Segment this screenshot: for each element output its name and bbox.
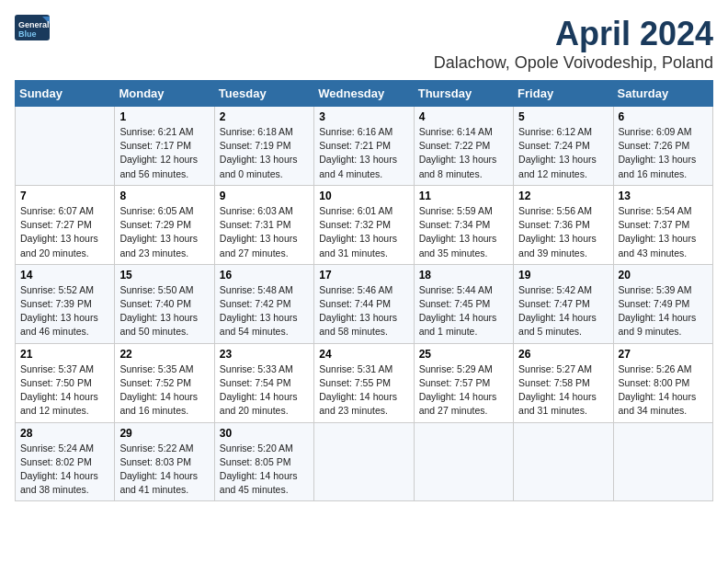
sunrise-label: Sunrise: 6:01 AM [319, 205, 392, 216]
daylight-label: Daylight: 14 hours and 12 minutes. [20, 391, 98, 416]
day-info: Sunrise: 5:50 AMSunset: 7:40 PMDaylight:… [119, 283, 209, 339]
sunset-label: Sunset: 8:05 PM [220, 456, 291, 467]
day-number: 9 [220, 190, 309, 202]
calendar-day-cell: 16Sunrise: 5:48 AMSunset: 7:42 PMDayligh… [214, 264, 313, 343]
sunset-label: Sunset: 7:49 PM [619, 298, 690, 309]
daylight-label: Daylight: 14 hours and 5 minutes. [518, 312, 597, 337]
sunrise-label: Sunrise: 5:22 AM [119, 442, 193, 454]
calendar-day-cell: 28Sunrise: 5:24 AMSunset: 8:02 PMDayligh… [16, 422, 115, 501]
day-number: 5 [518, 110, 608, 123]
sunset-label: Sunset: 7:27 PM [20, 219, 92, 230]
sunset-label: Sunset: 7:58 PM [518, 377, 590, 388]
sunrise-label: Sunrise: 5:59 AM [419, 205, 493, 216]
calendar-day-cell: 1Sunrise: 6:21 AMSunset: 7:17 PMDaylight… [115, 107, 214, 186]
day-info: Sunrise: 5:54 AMSunset: 7:37 PMDaylight:… [619, 204, 708, 260]
sunset-label: Sunset: 7:24 PM [518, 140, 590, 151]
sunrise-label: Sunrise: 5:44 AM [419, 284, 493, 295]
weekday-header-row: SundayMondayTuesdayWednesdayThursdayFrid… [16, 81, 713, 107]
sunset-label: Sunset: 7:37 PM [619, 219, 690, 230]
day-info: Sunrise: 5:59 AMSunset: 7:34 PMDaylight:… [419, 204, 508, 260]
day-number: 3 [319, 110, 408, 123]
daylight-label: Daylight: 13 hours and 43 minutes. [619, 233, 697, 258]
day-number: 17 [319, 269, 408, 282]
calendar-day-cell: 18Sunrise: 5:44 AMSunset: 7:45 PMDayligh… [414, 264, 513, 343]
calendar-day-cell: 12Sunrise: 5:56 AMSunset: 7:36 PMDayligh… [514, 185, 613, 264]
calendar-day-cell [414, 422, 513, 501]
daylight-label: Daylight: 13 hours and 39 minutes. [518, 233, 597, 258]
sunset-label: Sunset: 8:03 PM [119, 456, 191, 467]
sunrise-label: Sunrise: 5:52 AM [20, 284, 94, 295]
calendar-day-cell: 22Sunrise: 5:35 AMSunset: 7:52 PMDayligh… [115, 343, 214, 422]
daylight-label: Daylight: 14 hours and 1 minute. [419, 312, 497, 337]
sunset-label: Sunset: 7:42 PM [220, 298, 291, 309]
day-info: Sunrise: 5:35 AMSunset: 7:52 PMDaylight:… [119, 362, 209, 419]
sunset-label: Sunset: 8:02 PM [20, 456, 92, 467]
daylight-label: Daylight: 13 hours and 23 minutes. [119, 233, 198, 258]
daylight-label: Daylight: 12 hours and 56 minutes. [119, 154, 198, 178]
calendar-day-cell: 8Sunrise: 6:05 AMSunset: 7:29 PMDaylight… [115, 185, 214, 264]
day-info: Sunrise: 5:46 AMSunset: 7:44 PMDaylight:… [319, 283, 408, 339]
sunrise-label: Sunrise: 5:35 AM [119, 363, 193, 374]
sunrise-label: Sunrise: 5:27 AM [518, 363, 592, 374]
calendar-day-cell [613, 422, 712, 501]
daylight-label: Daylight: 14 hours and 38 minutes. [20, 470, 98, 495]
month-title: April 2024 [434, 15, 713, 53]
sunrise-label: Sunrise: 5:42 AM [518, 284, 592, 295]
logo-icon: General Blue [15, 15, 51, 44]
sunset-label: Sunset: 7:19 PM [220, 140, 291, 151]
calendar-week-row: 1Sunrise: 6:21 AMSunset: 7:17 PMDaylight… [16, 107, 713, 186]
sunset-label: Sunset: 7:29 PM [119, 219, 191, 230]
day-number: 16 [220, 269, 309, 282]
weekday-header-cell: Monday [115, 81, 214, 107]
calendar-day-cell: 3Sunrise: 6:16 AMSunset: 7:21 PMDaylight… [314, 107, 414, 186]
calendar-day-cell: 21Sunrise: 5:37 AMSunset: 7:50 PMDayligh… [16, 343, 115, 422]
day-info: Sunrise: 5:22 AMSunset: 8:03 PMDaylight:… [119, 442, 209, 498]
daylight-label: Daylight: 14 hours and 41 minutes. [119, 470, 198, 495]
calendar-week-row: 7Sunrise: 6:07 AMSunset: 7:27 PMDaylight… [16, 185, 713, 264]
calendar-day-cell: 5Sunrise: 6:12 AMSunset: 7:24 PMDaylight… [514, 107, 613, 186]
sunset-label: Sunset: 7:57 PM [419, 377, 491, 388]
daylight-label: Daylight: 13 hours and 16 minutes. [619, 154, 697, 178]
sunset-label: Sunset: 7:44 PM [319, 298, 391, 309]
daylight-label: Daylight: 13 hours and 35 minutes. [419, 233, 497, 258]
day-info: Sunrise: 6:18 AMSunset: 7:19 PMDaylight:… [220, 125, 309, 181]
sunrise-label: Sunrise: 5:31 AM [319, 363, 392, 374]
daylight-label: Daylight: 13 hours and 31 minutes. [319, 233, 397, 258]
daylight-label: Daylight: 14 hours and 34 minutes. [619, 391, 697, 416]
day-info: Sunrise: 6:03 AMSunset: 7:31 PMDaylight:… [220, 204, 309, 260]
day-info: Sunrise: 5:33 AMSunset: 7:54 PMDaylight:… [220, 362, 309, 419]
day-info: Sunrise: 5:52 AMSunset: 7:39 PMDaylight:… [20, 283, 109, 339]
daylight-label: Daylight: 13 hours and 54 minutes. [220, 312, 298, 337]
calendar-day-cell: 14Sunrise: 5:52 AMSunset: 7:39 PMDayligh… [16, 264, 115, 343]
logo: General Blue [15, 15, 51, 44]
day-info: Sunrise: 6:09 AMSunset: 7:26 PMDaylight:… [619, 125, 708, 181]
day-number: 30 [220, 427, 309, 440]
day-number: 1 [119, 110, 209, 123]
daylight-label: Daylight: 13 hours and 58 minutes. [319, 312, 397, 337]
sunrise-label: Sunrise: 5:37 AM [20, 363, 94, 374]
sunrise-label: Sunrise: 5:29 AM [419, 363, 493, 374]
calendar-day-cell: 15Sunrise: 5:50 AMSunset: 7:40 PMDayligh… [115, 264, 214, 343]
sunset-label: Sunset: 7:21 PM [319, 140, 391, 151]
sunset-label: Sunset: 7:54 PM [220, 377, 291, 388]
sunrise-label: Sunrise: 5:54 AM [619, 205, 692, 216]
sunrise-label: Sunrise: 5:48 AM [220, 284, 293, 295]
calendar-day-cell: 30Sunrise: 5:20 AMSunset: 8:05 PMDayligh… [214, 422, 313, 501]
day-number: 22 [119, 348, 209, 361]
calendar-day-cell: 26Sunrise: 5:27 AMSunset: 7:58 PMDayligh… [514, 343, 613, 422]
calendar-day-cell [314, 422, 414, 501]
sunset-label: Sunset: 7:47 PM [518, 298, 590, 309]
sunrise-label: Sunrise: 5:26 AM [619, 363, 692, 374]
calendar-day-cell: 11Sunrise: 5:59 AMSunset: 7:34 PMDayligh… [414, 185, 513, 264]
sunset-label: Sunset: 7:36 PM [518, 219, 590, 230]
day-info: Sunrise: 5:37 AMSunset: 7:50 PMDaylight:… [20, 362, 109, 419]
sunrise-label: Sunrise: 6:18 AM [220, 126, 293, 137]
location-title: Dalachow, Opole Voivodeship, Poland [434, 53, 713, 73]
day-info: Sunrise: 5:39 AMSunset: 7:49 PMDaylight:… [619, 283, 708, 339]
day-info: Sunrise: 6:05 AMSunset: 7:29 PMDaylight:… [119, 204, 209, 260]
day-number: 20 [619, 269, 708, 282]
daylight-label: Daylight: 13 hours and 4 minutes. [319, 154, 397, 178]
day-number: 28 [20, 427, 109, 440]
sunrise-label: Sunrise: 6:09 AM [619, 126, 692, 137]
svg-text:Blue: Blue [18, 29, 37, 39]
